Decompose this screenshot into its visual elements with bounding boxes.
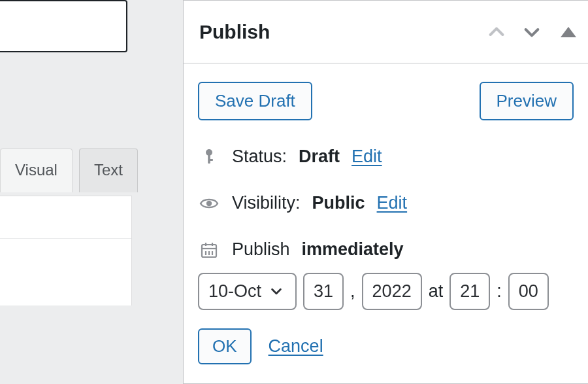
- preview-label: Preview: [497, 91, 557, 111]
- tab-text-label: Text: [94, 161, 123, 179]
- date-comma: ,: [350, 281, 355, 302]
- schedule-at: at: [429, 281, 444, 302]
- year-value: 2022: [372, 281, 412, 302]
- time-colon: :: [497, 281, 502, 302]
- status-edit-link[interactable]: Edit: [351, 147, 382, 167]
- editor-tabs: Visual Text: [0, 148, 138, 192]
- svg-rect-2: [209, 159, 213, 161]
- ok-label: OK: [212, 336, 237, 356]
- tab-visual[interactable]: Visual: [0, 148, 73, 192]
- publish-body: Save Draft Preview Status: Draft Edit Vi…: [184, 63, 588, 364]
- save-draft-label: Save Draft: [215, 91, 295, 111]
- schedule-label-prefix: Publish: [232, 239, 290, 260]
- publish-header-controls: [485, 20, 576, 44]
- minute-value: 00: [519, 281, 538, 302]
- svg-point-3: [206, 200, 212, 205]
- tab-visual-label: Visual: [15, 161, 57, 179]
- visibility-value: Public: [312, 193, 365, 213]
- toggle-panel-icon[interactable]: [561, 27, 576, 37]
- visibility-edit-link[interactable]: Edit: [377, 193, 408, 213]
- status-value: Draft: [299, 147, 340, 167]
- tab-text[interactable]: Text: [79, 148, 138, 192]
- day-value: 31: [314, 281, 333, 302]
- title-input-box[interactable]: [0, 0, 127, 52]
- month-value: 10-Oct: [208, 281, 261, 302]
- chevron-down-icon: [269, 284, 284, 298]
- publish-actions: Save Draft Preview: [198, 79, 574, 120]
- month-select[interactable]: 10-Oct: [198, 273, 297, 309]
- save-draft-button[interactable]: Save Draft: [198, 82, 312, 120]
- day-field[interactable]: 31: [303, 273, 344, 309]
- schedule-confirm-row: OK Cancel: [198, 328, 574, 364]
- ok-button[interactable]: OK: [198, 328, 252, 364]
- status-label: Status:: [232, 147, 287, 167]
- key-icon: [198, 148, 220, 166]
- publish-header: Publish: [184, 1, 588, 63]
- schedule-date-row: 10-Oct 31 , 2022 at 21 : 00: [198, 273, 574, 309]
- hour-value: 21: [460, 281, 480, 302]
- move-down-icon[interactable]: [520, 20, 544, 44]
- preview-button[interactable]: Preview: [480, 82, 574, 120]
- visibility-row: Visibility: Public Edit: [198, 193, 574, 213]
- move-up-icon[interactable]: [485, 20, 508, 44]
- svg-rect-4: [202, 245, 216, 257]
- year-field[interactable]: 2022: [362, 273, 422, 309]
- status-row: Status: Draft Edit: [198, 147, 574, 167]
- schedule-row: Publish immediately: [198, 239, 574, 260]
- publish-metabox: Publish Save Draft Preview Status:: [183, 0, 588, 384]
- minute-field[interactable]: 00: [508, 273, 549, 309]
- calendar-icon: [198, 241, 220, 259]
- publish-title: Publish: [199, 21, 270, 43]
- visibility-label: Visibility:: [232, 193, 301, 213]
- cancel-link[interactable]: Cancel: [269, 336, 323, 357]
- hour-field[interactable]: 21: [449, 273, 490, 309]
- schedule-label-value: immediately: [302, 239, 404, 260]
- eye-icon: [198, 197, 220, 210]
- editor-content-area[interactable]: [0, 196, 132, 305]
